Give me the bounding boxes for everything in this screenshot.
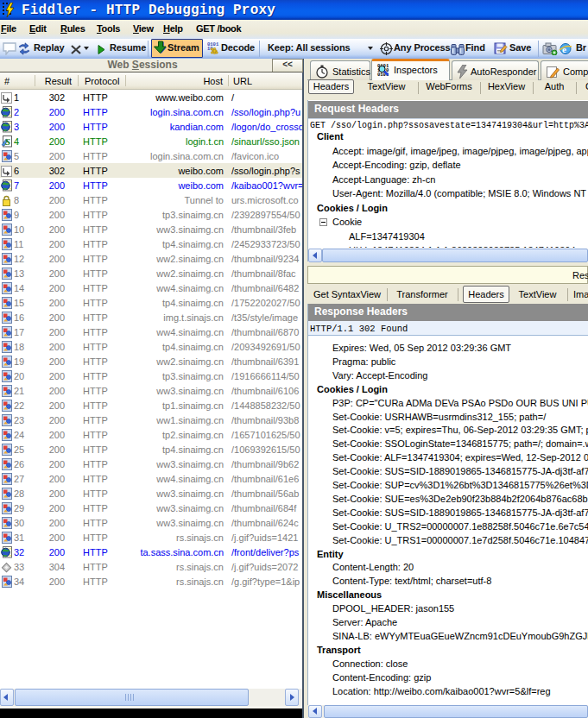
svg-text:e: e: [562, 44, 566, 54]
svg-text:S: S: [5, 136, 10, 147]
